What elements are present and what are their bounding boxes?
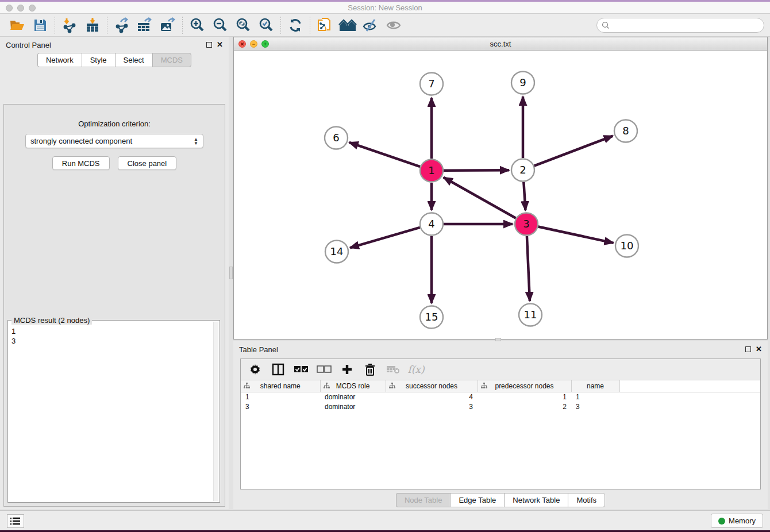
graph-node-2[interactable]: 2 xyxy=(511,159,534,182)
graph-edge-3-10[interactable] xyxy=(538,226,614,242)
attribute-icon xyxy=(324,383,330,391)
delete-table-icon xyxy=(386,362,401,377)
export-table-icon[interactable] xyxy=(133,16,156,35)
close-panel-button[interactable]: Close panel xyxy=(118,156,177,170)
graph-node-label: 7 xyxy=(428,78,434,90)
node-table: shared name MCDS role successor nodes pr… xyxy=(241,380,760,411)
graph-node-9[interactable]: 9 xyxy=(511,72,534,94)
open-file-icon[interactable] xyxy=(6,16,29,35)
mcds-result-group: MCDS result (2 nodes) 1 3 xyxy=(7,320,220,503)
table-cell[interactable]: 3 xyxy=(571,402,619,411)
graph-node-label: 4 xyxy=(428,218,434,230)
tab-network[interactable]: Network xyxy=(37,53,82,67)
network-canvas[interactable]: 7968124314101511 xyxy=(234,51,767,339)
add-icon[interactable] xyxy=(340,362,355,377)
export-image-icon[interactable] xyxy=(156,16,179,35)
table-cell[interactable]: dominator xyxy=(320,402,386,411)
table-cell[interactable]: 3 xyxy=(241,402,320,411)
graph-node-14[interactable]: 14 xyxy=(325,241,348,263)
duplicate-network-icon[interactable] xyxy=(313,16,336,35)
close-table-panel-icon[interactable]: ✕ xyxy=(756,346,762,352)
show-all-icon[interactable] xyxy=(382,16,405,35)
tab-mcds[interactable]: MCDS xyxy=(152,53,191,67)
status-bar: Memory xyxy=(0,510,770,531)
table-cell[interactable]: 1 xyxy=(241,392,320,402)
column-header-shared-name[interactable]: shared name xyxy=(241,380,320,392)
tab-style[interactable]: Style xyxy=(82,53,115,67)
graph-node-4[interactable]: 4 xyxy=(420,213,443,236)
tab-network-table[interactable]: Network Table xyxy=(504,493,568,507)
column-header-filler xyxy=(619,380,760,392)
graph-node-6[interactable]: 6 xyxy=(325,127,348,149)
zoom-in-icon[interactable] xyxy=(186,16,209,35)
deselect-all-icon[interactable] xyxy=(317,362,332,377)
mcds-result-text[interactable]: 1 3 xyxy=(11,326,213,501)
graph-edge-3-11[interactable] xyxy=(527,236,530,301)
run-mcds-button[interactable]: Run MCDS xyxy=(52,156,110,170)
tab-edge-table[interactable]: Edge Table xyxy=(450,493,504,507)
column-header-mcds-role[interactable]: MCDS role xyxy=(320,380,386,392)
table-cell[interactable]: dominator xyxy=(320,392,386,402)
export-network-icon[interactable] xyxy=(110,16,133,35)
table-cell[interactable]: 1 xyxy=(478,392,571,402)
close-panel-icon[interactable]: ✕ xyxy=(217,42,223,48)
table-row[interactable]: 3dominator323 xyxy=(241,402,760,411)
table-row[interactable]: 1dominator411 xyxy=(241,392,760,402)
graph-node-8[interactable]: 8 xyxy=(614,120,637,142)
graph-edge-1-2[interactable] xyxy=(444,170,509,171)
result-scrollbar[interactable] xyxy=(213,322,218,501)
graph-edge-2-8[interactable] xyxy=(534,136,613,166)
select-all-icon[interactable] xyxy=(294,362,309,377)
graph-node-11[interactable]: 11 xyxy=(519,304,542,326)
optimization-criterion-label: Optimization criterion: xyxy=(4,119,225,128)
import-network-icon[interactable] xyxy=(58,16,81,35)
column-header-predecessor-nodes[interactable]: predecessor nodes xyxy=(478,380,571,392)
graph-node-7[interactable]: 7 xyxy=(420,73,443,95)
toolbar-separator xyxy=(280,17,281,34)
tab-node-table[interactable]: Node Table xyxy=(396,493,451,507)
search-input[interactable] xyxy=(596,18,764,33)
list-icon xyxy=(10,517,21,525)
table-panel-title: Table Panel xyxy=(239,345,278,354)
graph-edge-3-1[interactable] xyxy=(444,178,516,218)
column-header-successor-nodes[interactable]: successor nodes xyxy=(386,380,478,392)
import-table-icon[interactable] xyxy=(81,16,104,35)
save-session-icon[interactable] xyxy=(29,16,52,35)
graph-edge-1-6[interactable] xyxy=(349,142,420,167)
zoom-out-icon[interactable] xyxy=(209,16,232,35)
graph-node-10[interactable]: 10 xyxy=(615,235,638,257)
delete-icon[interactable] xyxy=(363,362,378,377)
graph-node-3[interactable]: 3 xyxy=(515,213,538,236)
column-header-name[interactable]: name xyxy=(571,380,619,392)
control-panel-title: Control Panel xyxy=(6,41,51,49)
graph-node-1[interactable]: 1 xyxy=(420,160,443,182)
columns-icon[interactable] xyxy=(271,362,286,377)
network-window-titlebar[interactable]: ✕ − + scc.txt xyxy=(234,37,767,51)
float-panel-icon[interactable] xyxy=(206,42,212,48)
gear-icon[interactable] xyxy=(248,362,263,377)
memory-button[interactable]: Memory xyxy=(711,514,763,528)
hide-selected-icon[interactable] xyxy=(359,16,382,35)
table-cell[interactable]: 3 xyxy=(386,402,478,411)
graph-edge-4-14[interactable] xyxy=(350,228,420,248)
refresh-icon[interactable] xyxy=(284,16,307,35)
network-window-title: scc.txt xyxy=(234,40,767,48)
first-neighbors-icon[interactable] xyxy=(336,16,359,35)
zoom-selected-icon[interactable] xyxy=(255,16,278,35)
splitter-grip[interactable] xyxy=(229,267,233,279)
zoom-fit-icon[interactable] xyxy=(232,16,255,35)
task-history-button[interactable] xyxy=(7,514,24,528)
graph-node-15[interactable]: 15 xyxy=(420,306,443,329)
function-builder-icon: f(x) xyxy=(409,362,424,377)
graph-node-label: 2 xyxy=(519,164,526,176)
table-cell[interactable]: 4 xyxy=(386,392,478,402)
tab-select[interactable]: Select xyxy=(115,53,152,67)
table-cell[interactable]: 2 xyxy=(478,402,571,411)
table-cell[interactable]: 1 xyxy=(571,392,619,402)
graph-edge-2-3[interactable] xyxy=(523,182,525,210)
main-toolbar xyxy=(0,14,770,37)
vertical-splitter[interactable] xyxy=(229,37,233,509)
tab-motifs[interactable]: Motifs xyxy=(568,493,605,507)
optimization-criterion-select[interactable]: strongly connected component ▲▼ xyxy=(25,134,203,148)
float-table-panel-icon[interactable] xyxy=(745,346,751,352)
